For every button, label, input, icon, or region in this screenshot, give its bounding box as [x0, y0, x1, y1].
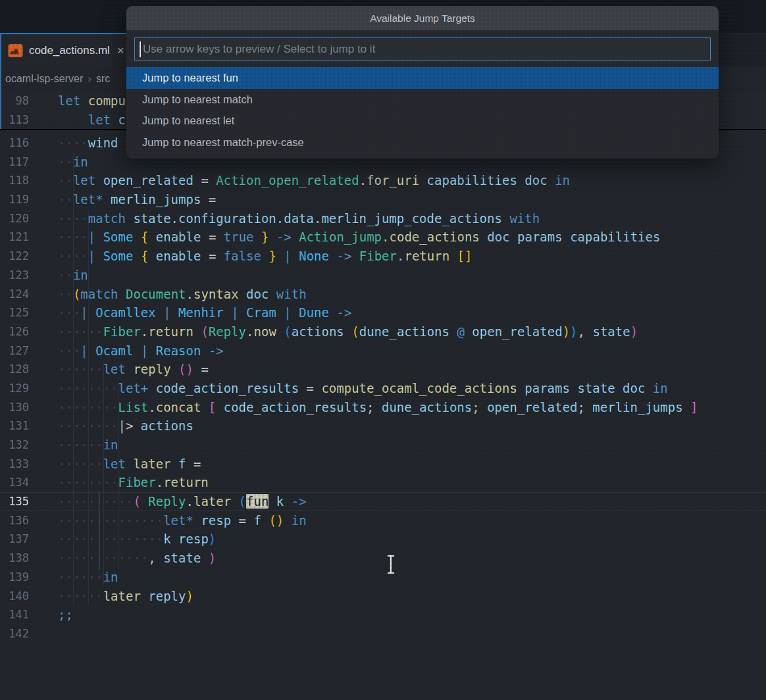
line-number: 125 — [0, 303, 29, 322]
code-line-138[interactable]: 138············, state ) — [0, 549, 766, 568]
code-line-141[interactable]: 141;; — [0, 605, 766, 624]
line-number: 130 — [0, 398, 29, 417]
line-content: ····match state.configuration.data.merli… — [58, 209, 540, 228]
ocaml-camel-icon — [8, 43, 23, 58]
code-line-123[interactable]: 123··in — [0, 266, 766, 285]
ibeam-mouse-cursor — [386, 554, 396, 578]
line-content: ··in — [58, 153, 88, 172]
code-line-135[interactable]: 135··········( Reply.later (fun k -> — [0, 492, 766, 511]
line-number: 135 — [0, 492, 29, 511]
tab-label: code_actions.ml — [29, 44, 110, 57]
code-line-137[interactable]: 137··············k resp) — [0, 530, 766, 549]
code-line-118[interactable]: 118··let open_related = Action_open_rela… — [0, 171, 766, 190]
code-line-136[interactable]: 136··············let* resp = f () in — [0, 511, 766, 530]
line-content: ······in — [58, 568, 118, 587]
editor-group-accent-edge — [0, 33, 1, 129]
code-line-131[interactable]: 131········|> actions — [0, 416, 766, 436]
line-number: 124 — [0, 285, 29, 304]
line-number: 116 — [0, 134, 29, 153]
code-line-130[interactable]: 130········List.concat [ code_action_res… — [0, 398, 766, 417]
line-content: ····| Some { enable = true } -> Action_j… — [58, 228, 660, 247]
quick-pick-dialog: Available Jump Targets Use arrow keys to… — [126, 6, 719, 159]
close-icon[interactable]: × — [117, 44, 124, 57]
line-number: 136 — [0, 511, 29, 530]
line-content: ····| Some { enable = false } | None -> … — [58, 247, 472, 266]
line-content: ······later reply) — [58, 587, 193, 606]
line-number: 122 — [0, 247, 29, 266]
dialog-title: Available Jump Targets — [126, 6, 719, 30]
line-number: 120 — [0, 209, 29, 228]
line-content: ··········( Reply.later (fun k -> — [58, 492, 307, 511]
line-content: let comput — [58, 91, 133, 111]
line-number: 121 — [0, 228, 29, 247]
line-number: 139 — [0, 568, 29, 587]
quick-pick-item[interactable]: Jump to nearest match — [126, 89, 719, 111]
code-line-119[interactable]: 119··let* merlin_jumps = — [0, 190, 766, 209]
code-line-121[interactable]: 121····| Some { enable = true } -> Actio… — [0, 228, 766, 247]
line-number: 134 — [0, 473, 29, 492]
line-number: 142 — [0, 624, 29, 643]
code-line-126[interactable]: 126······Fiber.return (Reply.now (action… — [0, 322, 766, 341]
line-content: ······in — [58, 436, 118, 455]
line-number: 129 — [0, 379, 29, 398]
quick-pick-item[interactable]: Jump to nearest fun — [126, 67, 719, 89]
code-line-127[interactable]: 127···| Ocaml | Reason -> — [0, 341, 766, 361]
line-number: 131 — [0, 416, 29, 436]
line-number: 119 — [0, 190, 29, 209]
line-content: ······let later f = — [58, 455, 201, 474]
line-number: 98 — [0, 91, 29, 111]
code-line-139[interactable]: 139······in — [0, 568, 766, 587]
quick-pick-input[interactable]: Use arrow keys to preview / Select to ju… — [134, 37, 711, 61]
line-content: ··let* merlin_jumps = — [58, 190, 216, 209]
code-line-132[interactable]: 132······in — [0, 436, 766, 455]
line-number: 123 — [0, 266, 29, 285]
line-number: 141 — [0, 605, 29, 624]
input-placeholder: Use arrow keys to preview / Select to ju… — [143, 43, 375, 56]
line-number: 128 — [0, 360, 29, 379]
code-line-129[interactable]: 129········let+ code_action_results = co… — [0, 379, 766, 398]
line-content: ···| Ocamllex | Menhir | Cram | Dune -> — [58, 303, 351, 322]
line-number: 117 — [0, 153, 29, 172]
line-content: ········|> actions — [58, 416, 193, 436]
line-number: 118 — [0, 171, 29, 190]
line-number: 132 — [0, 436, 29, 455]
code-line-134[interactable]: 134········Fiber.return — [0, 473, 766, 492]
code-line-120[interactable]: 120····match state.configuration.data.me… — [0, 209, 766, 228]
line-content: ;; — [58, 605, 73, 624]
quick-pick-item[interactable]: Jump to nearest match-prev-case — [126, 132, 719, 153]
line-number: 138 — [0, 549, 29, 568]
line-content: let ca — [58, 111, 133, 130]
tab-code-actions-ml[interactable]: code_actions.ml × — [1, 34, 129, 66]
line-content: ··(match Document.syntax doc with — [58, 285, 307, 304]
line-content: ········let+ code_action_results = compu… — [58, 379, 668, 398]
breadcrumb-item-ocaml-lsp-server[interactable]: ocaml-lsp-server — [5, 73, 83, 85]
breadcrumb-item-src[interactable]: src — [96, 73, 110, 85]
line-number: 127 — [0, 341, 29, 361]
line-content: ···| Ocaml | Reason -> — [58, 341, 224, 361]
code-line-122[interactable]: 122····| Some { enable = false } | None … — [0, 247, 766, 266]
code-editor[interactable]: 116····wind117··in118··let open_related … — [0, 129, 766, 655]
line-content: ······Fiber.return (Reply.now (actions (… — [58, 322, 638, 341]
line-number: 133 — [0, 455, 29, 474]
line-number: 137 — [0, 530, 29, 549]
chevron-right-icon: › — [88, 72, 91, 86]
line-content: ··············let* resp = f () in — [58, 511, 307, 530]
code-line-140[interactable]: 140······later reply) — [0, 587, 766, 606]
line-number: 113 — [0, 111, 29, 130]
code-line-124[interactable]: 124··(match Document.syntax doc with — [0, 285, 766, 304]
line-content: ··let open_related = Action_open_related… — [58, 171, 570, 190]
line-number: 140 — [0, 587, 29, 606]
line-content: ············, state ) — [58, 549, 216, 568]
code-line-128[interactable]: 128······let reply () = — [0, 360, 766, 379]
code-line-125[interactable]: 125···| Ocamllex | Menhir | Cram | Dune … — [0, 303, 766, 322]
line-content: ········List.concat [ code_action_result… — [58, 398, 698, 417]
quick-pick-list: Jump to nearest funJump to nearest match… — [126, 67, 719, 153]
line-content: ··············k resp) — [58, 530, 216, 549]
line-content: ········Fiber.return — [58, 473, 209, 492]
line-content: ····wind — [58, 134, 118, 153]
text-caret — [140, 41, 141, 57]
code-line-142[interactable]: 142 — [0, 624, 766, 643]
code-line-133[interactable]: 133······let later f = — [0, 455, 766, 474]
quick-pick-item[interactable]: Jump to nearest let — [126, 110, 719, 132]
line-number: 126 — [0, 322, 29, 341]
